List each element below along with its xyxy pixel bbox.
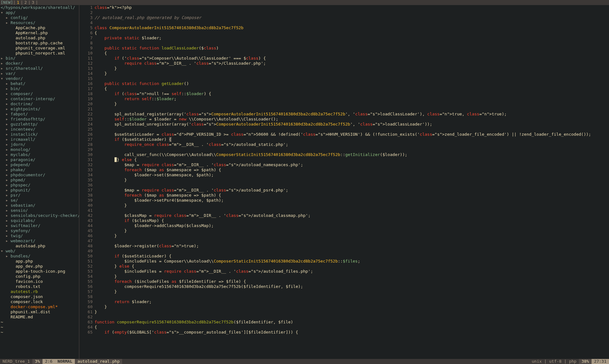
code-line[interactable] [95, 41, 609, 46]
tree-file[interactable]: phpunit_coverage.xml [1, 46, 78, 51]
code-line[interactable]: } [95, 178, 609, 183]
tree-file[interactable]: app.php [1, 259, 78, 264]
tree-file[interactable]: autotest.rb [1, 289, 78, 294]
tree-dir[interactable]: ▸ bin/ [1, 86, 78, 91]
tree-dir[interactable]: ▸ myclabs/ [1, 152, 78, 157]
code-line[interactable]: foreach ($includeFiles as $fileIdentifie… [95, 279, 609, 284]
tree-dir[interactable]: ▸ sebastian/ [1, 203, 78, 208]
code-line[interactable] [95, 147, 609, 152]
tree-dir[interactable]: ▸ instaclick/ [1, 132, 78, 137]
tree-file[interactable]: autoload.php [1, 244, 78, 249]
code-line[interactable]: $loader->setPsr4($namespace, $path); [95, 198, 609, 203]
code-line[interactable]: } [95, 228, 609, 233]
code-line[interactable]: foreach ($map as $namespace => $path) { [95, 193, 609, 198]
tree-dir[interactable]: ▸ var/ [1, 71, 78, 76]
code-line[interactable]: } [95, 289, 609, 294]
code-line[interactable]: public static function loadClassLoader($… [95, 46, 609, 51]
code-line[interactable]: { [95, 325, 609, 330]
tree-file[interactable]: robots.txt [1, 284, 78, 289]
tree-file[interactable]: README.md [1, 315, 78, 320]
code-line[interactable]: $map = require class="m">__DIR__ . 'clas… [95, 188, 609, 193]
code-line[interactable]: } [95, 101, 609, 107]
code-line[interactable] [95, 249, 609, 254]
code-line[interactable]: function composerRequire515674016380d3ba… [95, 320, 609, 325]
code-line[interactable]: call_user_func(\\Composer\\Autoload\\Com… [95, 152, 609, 157]
code-line[interactable]: $loader->set($namespace, $path); [95, 172, 609, 178]
tree-dir[interactable]: ▸ incenteev/ [1, 127, 78, 132]
tab-2[interactable]: 2 [23, 0, 28, 5]
tree-file[interactable]: AppCache.php [1, 25, 78, 30]
tree-dir[interactable]: ▾ app/ [1, 10, 78, 15]
code-line[interactable]: require_once class="m">__DIR__ . 'class=… [95, 142, 609, 147]
code-line[interactable]: public static function getLoader() [95, 81, 609, 86]
tree-dir[interactable]: ▸ swiftmailer/ [1, 223, 78, 228]
editor[interactable]: 1234567891011121314151617181920212223242… [79, 5, 609, 359]
tree-dir[interactable]: ▸ bin/ [1, 56, 78, 61]
code-line[interactable]: class ComposerAutoloaderInit515674016380… [95, 25, 609, 30]
code-line[interactable]: if ($classMap) { [95, 218, 609, 223]
tree-dir[interactable]: ▸ phpspec/ [1, 183, 78, 188]
code-line[interactable] [95, 20, 609, 25]
tree-file[interactable]: docker-compose.yml* [1, 304, 78, 309]
tree-dir[interactable]: ▸ bundles/ [1, 254, 78, 259]
tree-dir[interactable]: ▸ friendsofhttp/ [1, 117, 78, 122]
code-line[interactable]: } else { [95, 264, 609, 269]
code-line[interactable]: $map = require class="m">__DIR__ . 'clas… [95, 162, 609, 167]
code-line[interactable]: if (class="n">null !== self::$loader) { [95, 91, 609, 96]
code-line[interactable] [95, 76, 609, 81]
code-line[interactable]: { [95, 30, 609, 36]
tree-file[interactable]: phpunit.xml.dist [1, 309, 78, 315]
tree-dir[interactable]: ▸ phpmd/ [1, 178, 78, 183]
tree-dir[interactable]: ▸ ircmaxell/ [1, 137, 78, 142]
code-line[interactable] [95, 208, 609, 213]
code-line[interactable]: self::$loader = $loader = new \\Composer… [95, 117, 609, 122]
tree-dir[interactable]: ▸ Resources/ [1, 20, 78, 25]
tree-dir[interactable]: ▸ jdorn/ [1, 142, 78, 147]
tree-dir[interactable]: ▾ web/ [1, 249, 78, 254]
code-line[interactable] [95, 238, 609, 244]
tree-dir[interactable]: ▸ phpunit/ [1, 188, 78, 193]
code-line[interactable]: } [95, 71, 609, 76]
code-line[interactable]: $loader->addClassMap($classMap); [95, 223, 609, 228]
code-line[interactable]: return $loader; [95, 299, 609, 304]
tree-dir[interactable]: ▸ guzzlehttp/ [1, 122, 78, 127]
code-line[interactable]: } else { [95, 157, 609, 162]
tree-dir[interactable]: ▸ monolog/ [1, 147, 78, 152]
code-line[interactable]: return self::$loader; [95, 96, 609, 101]
tab-3[interactable]: 3 [30, 0, 36, 5]
tree-file[interactable]: phpunit_noreport.xml [1, 51, 78, 56]
code-line[interactable] [95, 127, 609, 132]
code-line[interactable]: $includeFiles = require class="m">__DIR_… [95, 269, 609, 274]
tree-dir[interactable]: ▸ psr/ [1, 193, 78, 198]
code-line[interactable]: } [95, 309, 609, 315]
tree-dir[interactable]: ▸ phake/ [1, 167, 78, 172]
code-line[interactable]: if (empty($GLOBALS['class="s">__composer… [95, 330, 609, 335]
code-line[interactable]: if ($useStaticLoader) { [95, 254, 609, 259]
code-line[interactable]: // autoload_real.php @generated by Compo… [95, 15, 609, 20]
code-line[interactable]: spl_autoload_unregister(array('class="s"… [95, 122, 609, 127]
code-line[interactable]: } [95, 304, 609, 309]
tree-dir[interactable]: ▸ sensio/ [1, 208, 78, 213]
tree-dir[interactable]: ▸ docker/ [1, 61, 78, 66]
tree-dir[interactable]: ▸ pdepend/ [1, 162, 78, 167]
tree-dir[interactable]: ▸ composer/ [1, 91, 78, 96]
tree-dir[interactable]: ▸ container-interop/ [1, 96, 78, 101]
code-line[interactable]: spl_autoload_register(array('class="s">C… [95, 112, 609, 117]
code-line[interactable]: if ($useStaticLoader) { [95, 137, 609, 142]
tree-dir[interactable]: ▸ phpdocumentor/ [1, 172, 78, 178]
code-line[interactable]: if ('class="s">Composer\\Autoload\\Class… [95, 56, 609, 61]
tree-dir[interactable]: ▸ src/Sharetoall/ [1, 66, 78, 71]
tree-dir[interactable]: ▸ se/ [1, 198, 78, 203]
tree-file[interactable]: favicon.ico [1, 279, 78, 284]
tree-dir[interactable]: ▸ sensiolabs/security-checker/ [1, 213, 78, 218]
code-line[interactable] [95, 315, 609, 320]
tree-dir[interactable]: ▸ webmozart/ [1, 238, 78, 244]
tree-dir[interactable]: ▸ eightpoints/ [1, 107, 78, 112]
code-line[interactable]: $loader->register(class="n">true); [95, 244, 609, 249]
tree-dir[interactable]: ▸ behat/ [1, 81, 78, 86]
code-line[interactable] [95, 107, 609, 112]
tree-file[interactable]: composer.lock [1, 299, 78, 304]
tab-1[interactable]: 1 [16, 0, 21, 5]
tree-file[interactable]: apple-touch-icon.png [1, 269, 78, 274]
tree-dir[interactable]: ▸ config/ [1, 15, 78, 20]
